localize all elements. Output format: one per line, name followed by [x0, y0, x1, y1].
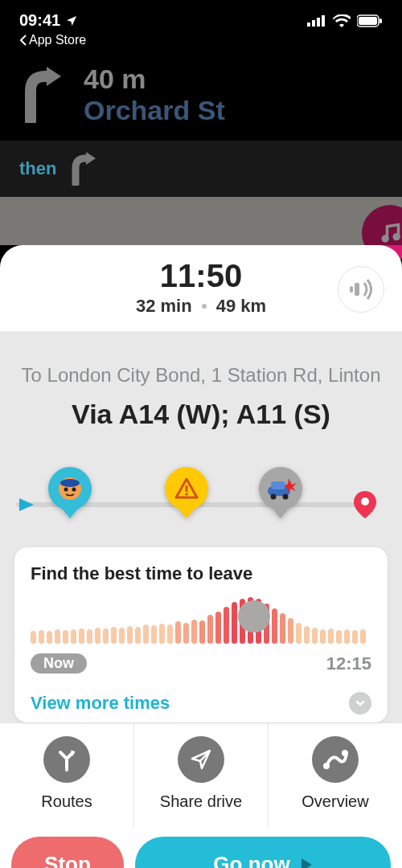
histogram-bar: [183, 623, 189, 644]
routes-icon: [55, 747, 79, 772]
histogram-bar: [119, 628, 125, 644]
location-arrow-icon: [65, 14, 78, 27]
turn-right-icon: [19, 67, 63, 123]
histogram-bar: [328, 628, 334, 644]
histogram-bar: [103, 628, 109, 644]
traffic-histogram[interactable]: [31, 596, 371, 644]
overview-label: Overview: [269, 792, 402, 811]
chevron-left-icon: [19, 35, 27, 46]
histogram-bar: [191, 620, 197, 644]
map-background[interactable]: [0, 197, 402, 245]
route-sheet: 11:50 32 min 49 km To London City Bond, …: [0, 245, 402, 723]
histogram-bar: [111, 627, 117, 644]
more-times-label: View more times: [31, 693, 170, 714]
overview-button[interactable]: Overview: [269, 723, 402, 827]
histogram-bar: [151, 625, 157, 644]
crash-marker[interactable]: [259, 467, 302, 510]
histogram-bar: [288, 618, 293, 644]
svg-point-16: [185, 493, 188, 496]
histogram-bar: [55, 629, 60, 644]
histogram-bar: [143, 624, 149, 644]
svg-rect-18: [271, 481, 285, 489]
nav-secondary: then: [0, 141, 402, 197]
eta-distance: 49 km: [216, 296, 266, 317]
histogram-bar: [135, 627, 141, 644]
histogram-bar: [272, 608, 277, 644]
svg-rect-0: [307, 23, 310, 27]
svg-point-14: [72, 487, 76, 491]
histogram-bar: [344, 629, 350, 644]
svg-point-24: [342, 750, 348, 756]
svg-rect-5: [359, 17, 377, 25]
svg-point-20: [283, 493, 289, 499]
music-icon: [379, 222, 401, 244]
histogram-bar: [127, 626, 133, 644]
crash-icon: [265, 475, 297, 502]
via-text: Via A14 (W); A11 (S): [16, 399, 386, 430]
end-time: 12:15: [326, 653, 371, 674]
svg-rect-9: [355, 283, 359, 296]
warning-icon: [174, 477, 199, 501]
wifi-icon: [333, 14, 351, 27]
best-time-title: Find the best time to leave: [31, 563, 371, 584]
histogram-bar: [320, 629, 326, 644]
separator-dot: [202, 304, 207, 309]
bottom-buttons: Stop Go now: [0, 827, 402, 868]
start-arrow-icon: [18, 496, 35, 514]
histogram-bar: [159, 624, 165, 644]
view-more-times[interactable]: View more times: [31, 692, 371, 714]
svg-rect-6: [379, 18, 382, 23]
svg-point-23: [323, 763, 330, 769]
back-label: App Store: [29, 33, 86, 47]
svg-point-13: [64, 487, 68, 491]
histogram-bar: [87, 629, 92, 644]
histogram-bar: [336, 630, 342, 644]
histogram-bar: [207, 615, 213, 644]
svg-point-12: [60, 479, 80, 487]
time-slider-knob[interactable]: [238, 600, 270, 633]
status-bar: 09:41: [0, 0, 402, 33]
svg-rect-10: [350, 286, 353, 293]
chevron-down-icon: [349, 692, 371, 714]
go-now-button[interactable]: Go now: [135, 837, 391, 868]
back-to-app-store[interactable]: App Store: [0, 33, 402, 55]
cellular-icon: [307, 15, 326, 27]
paper-plane-icon: [190, 748, 212, 771]
nav-primary: 40 m Orchard St: [0, 55, 402, 141]
histogram-bar: [31, 631, 36, 644]
play-icon: [300, 858, 313, 868]
destination-text: To London City Bond, 1 Station Rd, Linto…: [16, 362, 386, 389]
histogram-bar: [79, 628, 84, 644]
histogram-bar: [296, 623, 302, 644]
hazard-marker[interactable]: [165, 467, 208, 510]
histogram-bar: [47, 631, 52, 644]
eta-duration: 32 min: [136, 296, 192, 317]
clock: 09:41: [19, 11, 60, 30]
histogram-bar: [63, 630, 68, 644]
histogram-bar: [95, 628, 100, 644]
overview-icon: [322, 748, 348, 771]
route-hazards-track: [16, 467, 386, 515]
histogram-bar: [175, 621, 181, 644]
routes-button[interactable]: Routes: [0, 723, 134, 827]
now-pill: Now: [31, 653, 87, 674]
histogram-bar: [352, 630, 358, 644]
action-row: Routes Share drive Overview: [0, 723, 402, 827]
stop-button[interactable]: Stop: [11, 837, 124, 868]
svg-rect-2: [317, 18, 320, 27]
histogram-bar: [312, 628, 318, 644]
police-marker[interactable]: [48, 467, 92, 510]
histogram-bar: [39, 630, 44, 644]
histogram-bar: [199, 620, 205, 644]
speaker-icon: [348, 278, 374, 301]
routes-label: Routes: [0, 792, 133, 811]
histogram-bar: [232, 602, 237, 644]
svg-rect-1: [312, 20, 315, 27]
histogram-bar: [71, 629, 76, 644]
best-time-card[interactable]: Find the best time to leave Now 12:15 Vi…: [14, 547, 388, 723]
svg-point-7: [382, 235, 389, 242]
share-drive-button[interactable]: Share drive: [134, 723, 269, 827]
sound-button[interactable]: [338, 266, 384, 313]
histogram-bar: [360, 629, 366, 644]
then-label: then: [19, 158, 56, 179]
